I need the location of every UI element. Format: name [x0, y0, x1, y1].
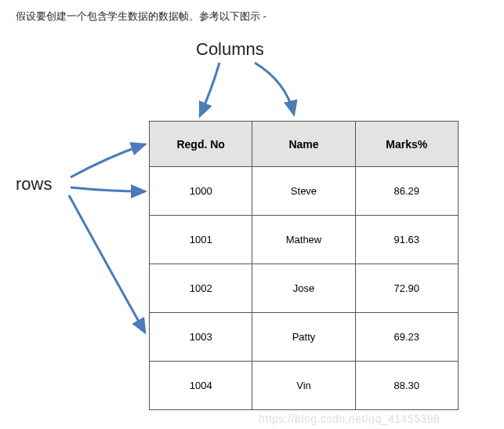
cell-name: Vin	[252, 362, 355, 410]
cell-regd-no: 1003	[150, 313, 252, 362]
cell-name: Jose	[252, 264, 355, 313]
cell-name: Patty	[252, 313, 355, 362]
arrow-rows-2	[71, 187, 145, 191]
cell-regd-no: 1000	[150, 167, 252, 216]
cell-marks: 69.23	[355, 313, 458, 362]
col-name: Name	[252, 122, 355, 167]
intro-text: 假设要创建一个包含学生数据的数据帧。参考以下图示 -	[16, 9, 496, 24]
student-table: Regd. No Name Marks% 1000 Steve 86.29 10…	[149, 121, 459, 410]
watermark-text: https://blog.csdn.net/qq_41455398	[259, 413, 440, 425]
cell-regd-no: 1001	[150, 216, 252, 264]
cell-marks: 91.63	[355, 216, 458, 264]
columns-label: Columns	[196, 39, 264, 60]
rows-label: rows	[16, 174, 52, 195]
arrow-rows-3	[69, 195, 145, 333]
cell-marks: 88.30	[355, 362, 458, 410]
table-row: 1000 Steve 86.29	[150, 167, 459, 216]
arrow-columns-2	[255, 63, 294, 115]
table-header-row: Regd. No Name Marks%	[150, 122, 459, 167]
cell-marks: 86.29	[355, 167, 458, 216]
col-regd-no: Regd. No	[150, 122, 252, 167]
cell-marks: 72.90	[355, 264, 458, 313]
table-row: 1003 Patty 69.23	[150, 313, 459, 362]
arrow-columns-1	[200, 63, 219, 116]
col-marks: Marks%	[355, 122, 458, 167]
arrow-rows-1	[71, 144, 145, 177]
table-row: 1001 Mathew 91.63	[150, 216, 459, 264]
cell-regd-no: 1002	[150, 264, 252, 313]
cell-name: Steve	[252, 167, 355, 216]
dataframe-diagram: Columns rows Regd. No Name Marks% 1000 S…	[16, 35, 494, 423]
cell-name: Mathew	[252, 216, 355, 264]
table-row: 1002 Jose 72.90	[150, 264, 459, 313]
table-row: 1004 Vin 88.30	[150, 362, 459, 410]
cell-regd-no: 1004	[150, 362, 252, 410]
